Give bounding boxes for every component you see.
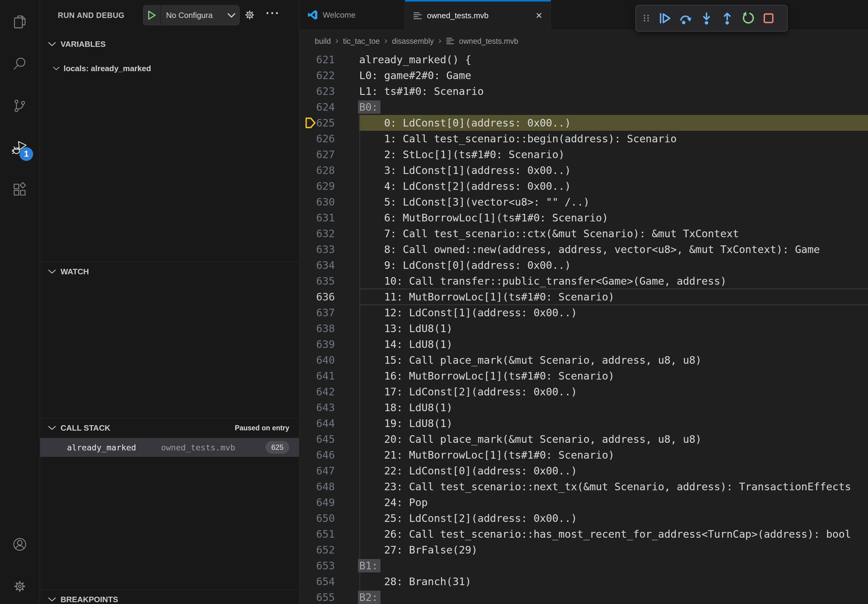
open-launch-json-button[interactable]	[243, 9, 256, 21]
line-number[interactable]: 640	[299, 352, 335, 368]
line-number[interactable]: 655	[299, 589, 335, 604]
line-number[interactable]: 634	[299, 257, 335, 273]
section-header-call-stack[interactable]: CALL STACK Paused on entry	[40, 420, 299, 436]
step-out-button[interactable]	[717, 8, 738, 29]
line-number[interactable]: 651	[299, 526, 335, 542]
code-line[interactable]: 652 27: BrFalse(29)	[299, 542, 868, 558]
code-line[interactable]: 621already_marked() {	[299, 52, 868, 68]
views-more-actions-button[interactable]: ···	[266, 7, 280, 20]
code-line[interactable]: 634 9: LdConst[0](address: 0x00..)	[299, 257, 868, 273]
variables-scope-locals[interactable]: locals: already_marked	[40, 61, 299, 76]
line-number[interactable]: 648	[299, 479, 335, 494]
line-number[interactable]: 649	[299, 494, 335, 510]
code-line[interactable]: 647 22: LdConst[0](address: 0x00..)	[299, 463, 868, 479]
breadcrumb-item[interactable]: build	[315, 37, 331, 46]
code-editor[interactable]: 621already_marked() {622L0: game#2#0: Ga…	[299, 52, 868, 604]
line-number[interactable]: 628	[299, 163, 335, 178]
tab-owned-tests[interactable]: owned_tests.mvb ✕	[405, 0, 551, 30]
code-line[interactable]: 648 23: Call test_scenario::next_tx(&mut…	[299, 479, 868, 494]
code-line[interactable]: 638 13: LdU8(1)	[299, 321, 868, 336]
line-number[interactable]: 641	[299, 368, 335, 384]
code-line[interactable]: 653B1:	[299, 558, 868, 574]
code-line[interactable]: 645 20: Call place_mark(&mut Scenario, a…	[299, 431, 868, 447]
line-number[interactable]: 639	[299, 336, 335, 352]
code-line[interactable]: 628 3: LdConst[1](address: 0x00..)	[299, 163, 868, 178]
debug-configuration-dropdown[interactable]: No Configura	[143, 5, 240, 25]
section-header-breakpoints[interactable]: BREAKPOINTS	[40, 591, 299, 604]
line-number[interactable]: 647	[299, 463, 335, 479]
line-number[interactable]: 629	[299, 178, 335, 194]
tab-welcome[interactable]: Welcome	[299, 0, 405, 30]
line-number[interactable]: 654	[299, 574, 335, 589]
line-number[interactable]: 623	[299, 83, 335, 99]
line-number[interactable]: 631	[299, 210, 335, 226]
line-number[interactable]: 653	[299, 558, 335, 574]
close-icon[interactable]: ✕	[536, 11, 542, 21]
breadcrumb-item[interactable]: disassembly	[392, 37, 434, 46]
sidebar-item-source-control[interactable]	[0, 91, 40, 121]
code-line[interactable]: 655B2:	[299, 589, 868, 604]
code-line[interactable]: 633 8: Call owned::new(address, address,…	[299, 242, 868, 257]
line-number[interactable]: 622	[299, 68, 335, 83]
step-over-button[interactable]	[676, 8, 696, 29]
code-line[interactable]: 643 18: LdU8(1)	[299, 400, 868, 415]
code-line[interactable]: 640 15: Call place_mark(&mut Scenario, a…	[299, 352, 868, 368]
code-line[interactable]: 630 5: LdConst[3](vector<u8>: "" /..)	[299, 194, 868, 210]
continue-button[interactable]	[655, 8, 676, 29]
line-number[interactable]: 624	[299, 99, 335, 115]
code-line[interactable]: 624B0:	[299, 99, 868, 115]
line-number[interactable]: 650	[299, 510, 335, 526]
toolbar-drag-handle[interactable]	[640, 8, 655, 29]
line-number[interactable]: 643	[299, 400, 335, 415]
call-stack-frame[interactable]: already_markedowned_tests.mvb625	[40, 438, 299, 457]
restart-button[interactable]	[738, 8, 758, 29]
line-number[interactable]: 637	[299, 305, 335, 321]
code-line[interactable]: 641 16: MutBorrowLoc[1](ts#1#0: Scenario…	[299, 368, 868, 384]
code-line[interactable]: 622L0: game#2#0: Game	[299, 68, 868, 83]
code-line[interactable]: 642 17: LdConst[2](address: 0x00..)	[299, 384, 868, 400]
code-line[interactable]: 635 10: Call transfer::public_transfer<G…	[299, 273, 868, 289]
line-number[interactable]: 646	[299, 447, 335, 463]
breadcrumb-item[interactable]: tic_tac_toe	[343, 37, 380, 46]
line-number[interactable]: 642	[299, 384, 335, 400]
code-line[interactable]: 625 0: LdConst[0](address: 0x00..)	[299, 115, 868, 131]
sidebar-item-run-and-debug[interactable]: 1	[0, 133, 40, 163]
code-line[interactable]: 629 4: LdConst[2](address: 0x00..)	[299, 178, 868, 194]
code-line[interactable]: 649 24: Pop	[299, 494, 868, 510]
sidebar-item-extensions[interactable]	[0, 175, 40, 204]
line-number[interactable]: 636	[299, 289, 335, 305]
line-number[interactable]: 635	[299, 273, 335, 289]
account-button[interactable]	[0, 530, 40, 559]
code-line[interactable]: 623L1: ts#1#0: Scenario	[299, 83, 868, 99]
line-number[interactable]: 626	[299, 131, 335, 147]
code-line[interactable]: 644 19: LdU8(1)	[299, 415, 868, 431]
code-line[interactable]: 639 14: LdU8(1)	[299, 336, 868, 352]
start-debugging-button[interactable]	[143, 10, 160, 20]
line-number[interactable]: 630	[299, 194, 335, 210]
code-line[interactable]: 651 26: Call test_scenario::has_most_rec…	[299, 526, 868, 542]
code-line[interactable]: 637 12: LdConst[1](address: 0x00..)	[299, 305, 868, 321]
code-line[interactable]: 631 6: MutBorrowLoc[1](ts#1#0: Scenario)	[299, 210, 868, 226]
line-number[interactable]: 633	[299, 242, 335, 257]
code-line[interactable]: 650 25: LdConst[2](address: 0x00..)	[299, 510, 868, 526]
line-number[interactable]: 627	[299, 147, 335, 163]
line-number[interactable]: 652	[299, 542, 335, 558]
section-header-variables[interactable]: VARIABLES	[40, 36, 299, 52]
code-line[interactable]: 646 21: MutBorrowLoc[1](ts#1#0: Scenario…	[299, 447, 868, 463]
section-header-watch[interactable]: WATCH	[40, 263, 299, 280]
code-line[interactable]: 632 7: Call test_scenario::ctx(&mut Scen…	[299, 226, 868, 242]
code-line[interactable]: 654 28: Branch(31)	[299, 574, 868, 589]
line-number[interactable]: 638	[299, 321, 335, 336]
line-number[interactable]: 644	[299, 415, 335, 431]
breadcrumb-item-file[interactable]: owned_tests.mvb	[459, 37, 518, 46]
manage-button[interactable]	[0, 572, 40, 601]
step-into-button[interactable]	[696, 8, 717, 29]
line-number[interactable]: 632	[299, 226, 335, 242]
code-line[interactable]: 636 11: MutBorrowLoc[1](ts#1#0: Scenario…	[299, 289, 868, 305]
sidebar-item-search[interactable]	[0, 49, 40, 79]
code-line[interactable]: 626 1: Call test_scenario::begin(address…	[299, 131, 868, 147]
line-number[interactable]: 621	[299, 52, 335, 68]
sidebar-item-explorer[interactable]	[0, 7, 40, 37]
stop-button[interactable]	[758, 8, 779, 29]
code-line[interactable]: 627 2: StLoc[1](ts#1#0: Scenario)	[299, 147, 868, 163]
